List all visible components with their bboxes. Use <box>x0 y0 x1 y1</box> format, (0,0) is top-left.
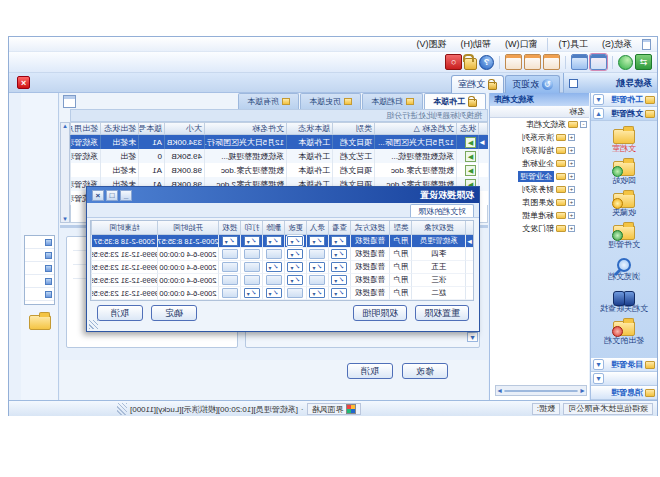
version-tab-3[interactable]: 历史版本 <box>300 93 361 109</box>
menu-item-3[interactable]: 窗口(W) <box>498 38 545 51</box>
sidebar-group-documents[interactable]: 文档管理 ▲ <box>591 107 657 121</box>
cell[interactable]: 用户 <box>389 235 411 248</box>
cell[interactable]: 数据整理方案.doc <box>204 163 286 177</box>
table-row[interactable]: ►▶12月5日大兴区国际...项目文档工作版本12月5日大兴区国际行...334… <box>70 135 488 149</box>
permission-row[interactable]: 赵二用户普通授权✓✓✓✓2009-6-4 0:00:009999-12-31 2… <box>91 287 473 300</box>
cell[interactable]: 12月5日大兴区国际... <box>374 135 456 149</box>
cell[interactable]: 系统管理员 <box>411 235 465 248</box>
cell[interactable]: 工艺文档 <box>332 149 374 163</box>
cell[interactable]: 9999-12-31 23:59:59 <box>91 248 157 261</box>
column-header-3[interactable]: 类别 <box>332 122 374 135</box>
perm-column-header-6[interactable]: 更改 <box>284 221 306 235</box>
permission-combo[interactable] <box>244 275 260 285</box>
cell[interactable]: 0 <box>138 149 164 163</box>
cell[interactable]: 98.00KB <box>164 163 204 177</box>
perm-cell[interactable] <box>240 261 262 274</box>
scroll-up-icon[interactable]: ▲ <box>62 123 68 129</box>
cell[interactable]: 用户 <box>389 287 411 300</box>
tab-document-permissions[interactable]: 对文档的权限 <box>410 204 474 217</box>
tree-horizontal-scrollbar[interactable]: ◄► <box>495 385 587 396</box>
perm-cell[interactable] <box>284 287 306 300</box>
permission-combo[interactable]: ✓ <box>331 262 347 272</box>
permission-combo[interactable] <box>244 262 260 272</box>
tab-1[interactable]: ↻欢迎页 <box>505 75 560 93</box>
modify-button[interactable]: 修改 <box>402 363 448 379</box>
version-tab-1[interactable]: 工作版本 <box>424 93 486 109</box>
permission-combo[interactable]: ✓ <box>266 262 282 272</box>
scan-document-icon[interactable] <box>505 54 522 70</box>
cell[interactable]: 普通授权 <box>350 235 390 248</box>
column-header-8[interactable]: 签出状态 <box>100 122 138 135</box>
permission-row[interactable]: 王五用户普通授权✓✓✓✓2009-6-4 0:00:009999-12-31 2… <box>91 261 473 274</box>
sidebar-item-2[interactable]: 回收站 <box>594 157 654 185</box>
perm-cell[interactable]: ✓ <box>218 235 240 248</box>
permission-combo[interactable]: ✓ <box>266 236 282 246</box>
menu-item-1[interactable]: 系统(S) <box>595 38 639 51</box>
perm-cell[interactable] <box>262 248 284 261</box>
tree-node-5[interactable]: +财务系列 <box>490 183 589 196</box>
cell[interactable]: 2009-2-18 8:35:57 <box>157 235 219 248</box>
sidebar-group-messages[interactable]: 消息管理 <box>591 386 657 400</box>
perm-cell[interactable] <box>240 274 262 287</box>
column-header-6[interactable]: 大小 <box>164 122 204 135</box>
column-header-1[interactable]: 状态 <box>456 122 478 135</box>
tree-expand-icon[interactable]: + <box>568 160 575 167</box>
resize-grip-icon[interactable] <box>117 403 127 415</box>
version-tab-2[interactable]: 归档版本 <box>362 93 423 109</box>
permission-combo[interactable] <box>287 288 303 298</box>
chevron-down-icon[interactable]: ▼ <box>467 332 478 342</box>
cell[interactable]: ▶ <box>456 163 478 177</box>
perm-cell[interactable] <box>218 287 240 300</box>
tree-node-7[interactable]: +标准单据 <box>490 209 589 222</box>
permission-combo[interactable]: ✓ <box>309 288 325 298</box>
cell[interactable]: A1 <box>138 163 164 177</box>
perm-cell[interactable]: ✓ <box>284 274 306 287</box>
list-item[interactable] <box>25 288 54 301</box>
cell[interactable]: 项目文档 <box>332 163 374 177</box>
window-view-active-icon[interactable] <box>590 54 607 70</box>
list-item[interactable] <box>25 275 54 288</box>
network-globe-icon[interactable] <box>618 55 633 70</box>
version-tab-4[interactable]: 所有版本 <box>238 93 299 109</box>
cell[interactable]: 49.50KB <box>164 149 204 163</box>
close-document-button[interactable]: × <box>17 76 30 89</box>
permission-combo[interactable] <box>222 249 238 259</box>
cell[interactable]: 9999-12-31 23:59:59 <box>91 287 157 300</box>
permission-combo[interactable] <box>309 249 325 259</box>
scroll-down-icon[interactable]: ▼ <box>62 216 68 222</box>
dialog-left-button-1[interactable]: 重置权限 <box>415 305 469 321</box>
perm-cell[interactable]: ✓ <box>284 235 306 248</box>
perm-column-header-4[interactable]: 查看 <box>328 221 350 235</box>
cell[interactable]: 用户 <box>389 261 411 274</box>
sidebar-item-4[interactable]: 文件管理 <box>594 221 654 249</box>
sidebar-item-7[interactable]: 签出的文档 <box>594 317 654 345</box>
cell[interactable]: 2009-6-4 0:00:00 <box>157 261 219 274</box>
cell[interactable]: 2009-2-18 8:35:57 <box>91 235 157 248</box>
permission-combo[interactable]: ✓ <box>331 275 347 285</box>
permission-row[interactable]: 李四用户普通授权✓✓2009-6-4 0:00:009999-12-31 23:… <box>91 248 473 261</box>
tree-expand-icon[interactable]: + <box>568 173 575 180</box>
permission-combo[interactable]: ✓ <box>331 288 347 298</box>
perm-cell[interactable] <box>306 274 328 287</box>
permission-combo[interactable]: ✓ <box>287 236 303 246</box>
tree-node-8[interactable]: +部门发文 <box>490 222 589 235</box>
tree-expand-icon[interactable]: + <box>568 225 575 232</box>
chevron-down-icon[interactable]: ▼ <box>593 94 604 105</box>
cell[interactable]: ▶ <box>456 149 478 163</box>
cell[interactable]: 普通授权 <box>350 261 390 274</box>
collapse-panel-icon[interactable] <box>569 79 578 88</box>
cell[interactable]: 工作版本 <box>286 149 332 163</box>
table-row[interactable]: ▶数据整理方案.doc项目文档工作版本数据整理方案.doc98.00KBA1未签… <box>70 163 488 177</box>
perm-cell[interactable]: ✓ <box>328 261 350 274</box>
permission-combo[interactable]: ✓ <box>287 249 303 259</box>
cell[interactable]: 工作版本 <box>286 163 332 177</box>
tree-column-header[interactable]: 名称 <box>490 106 589 118</box>
permission-combo[interactable] <box>266 275 282 285</box>
table-vertical-scrollbar[interactable]: ▲▼ <box>60 122 70 223</box>
perm-cell[interactable]: ✓ <box>284 248 306 261</box>
tree-expand-icon[interactable]: + <box>568 134 575 141</box>
cell[interactable]: 系统数据整理规... <box>204 149 286 163</box>
cell[interactable]: 334.00KB <box>164 135 204 149</box>
perm-cell[interactable] <box>218 261 240 274</box>
perm-column-header-8[interactable]: 打印 <box>240 221 262 235</box>
